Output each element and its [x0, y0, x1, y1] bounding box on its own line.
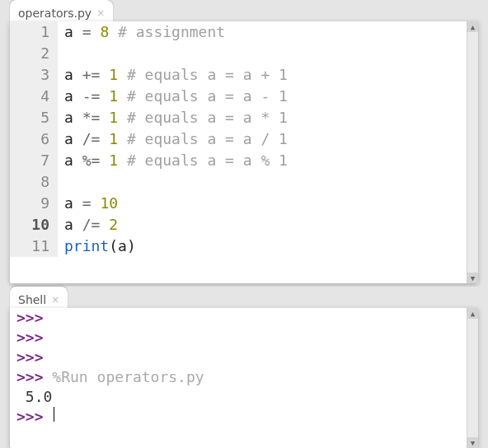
editor-tab-label: operators.py [18, 7, 92, 20]
code-content: a -= 1 # equals a = a - 1 [58, 86, 288, 107]
shell-scrollbar[interactable]: ▲ ▼ [467, 308, 478, 448]
line-number: 3 [10, 64, 58, 86]
editor-tab[interactable]: operators.py × [10, 0, 113, 24]
shell-prompt: >>> [16, 308, 44, 328]
shell-line[interactable]: >>> [10, 328, 467, 348]
scroll-up-icon[interactable]: ▲ [467, 308, 478, 319]
shell-line[interactable]: >>> [10, 407, 467, 427]
scroll-track[interactable] [467, 319, 478, 437]
code-content: a %= 1 # equals a = a % 1 [58, 150, 288, 171]
shell-line[interactable]: 5.0 [10, 387, 467, 407]
shell-panel: Shell × >>>>>>>>>>>> %Run operators.py 5… [8, 287, 480, 448]
line-number: 2 [10, 43, 58, 64]
editor-panel: operators.py × 1a = 8 # assignment23a +=… [8, 0, 480, 283]
shell-prompt: >>> [16, 328, 44, 348]
code-editor[interactable]: 1a = 8 # assignment23a += 1 # equals a =… [10, 21, 467, 283]
code-content: a += 1 # equals a = a + 1 [58, 64, 288, 86]
code-line[interactable]: 2 [10, 43, 467, 64]
line-number: 10 [10, 214, 58, 236]
code-content: a *= 1 # equals a = a * 1 [58, 107, 288, 128]
line-number: 6 [10, 128, 58, 150]
code-line[interactable]: 5a *= 1 # equals a = a * 1 [10, 107, 467, 128]
code-content: a = 10 [58, 193, 118, 214]
shell-command: %Run operators.py [52, 367, 204, 387]
close-icon[interactable]: × [96, 8, 105, 18]
shell-line[interactable]: >>> [10, 308, 467, 328]
line-number: 1 [10, 21, 58, 43]
line-number: 4 [10, 86, 58, 107]
shell-line[interactable]: >>> %Run operators.py [10, 367, 467, 387]
code-content [58, 171, 64, 193]
code-line[interactable]: 3a += 1 # equals a = a + 1 [10, 64, 467, 86]
code-line[interactable]: 6a /= 1 # equals a = a / 1 [10, 128, 467, 150]
shell-prompt: >>> [16, 367, 52, 387]
shell-output[interactable]: >>>>>>>>>>>> %Run operators.py 5.0>>> [10, 308, 467, 448]
scroll-track[interactable] [467, 32, 478, 273]
scroll-down-icon[interactable]: ▼ [467, 437, 478, 448]
scroll-down-icon[interactable]: ▼ [467, 273, 478, 283]
code-line[interactable]: 10a /= 2 [10, 214, 467, 236]
scroll-up-icon[interactable]: ▲ [467, 21, 478, 32]
caret-icon [54, 407, 54, 422]
code-line[interactable]: 4a -= 1 # equals a = a - 1 [10, 86, 467, 107]
shell-prompt: >>> [16, 407, 52, 427]
line-number: 7 [10, 150, 58, 171]
code-content: a /= 2 [58, 214, 118, 236]
code-line[interactable]: 7a %= 1 # equals a = a % 1 [10, 150, 467, 171]
code-content: a = 8 # assignment [58, 21, 225, 43]
code-line[interactable]: 9a = 10 [10, 193, 467, 214]
code-content: a /= 1 # equals a = a / 1 [58, 128, 288, 150]
line-number: 5 [10, 107, 58, 128]
editor-scrollbar[interactable]: ▲ ▼ [467, 21, 478, 283]
shell-tab-label: Shell [18, 293, 46, 306]
line-number: 9 [10, 193, 58, 214]
shell-result: 5.0 [16, 387, 52, 407]
shell-line[interactable]: >>> [10, 348, 467, 367]
code-content [58, 43, 64, 64]
code-line[interactable]: 1a = 8 # assignment [10, 21, 467, 43]
code-line[interactable]: 11print(a) [10, 236, 467, 257]
close-icon[interactable]: × [51, 295, 59, 305]
shell-prompt: >>> [16, 348, 44, 367]
shell-tab[interactable]: Shell × [10, 287, 68, 310]
code-line[interactable]: 8 [10, 171, 467, 193]
line-number: 11 [10, 236, 58, 257]
code-content: print(a) [58, 236, 136, 257]
line-number: 8 [10, 171, 58, 193]
